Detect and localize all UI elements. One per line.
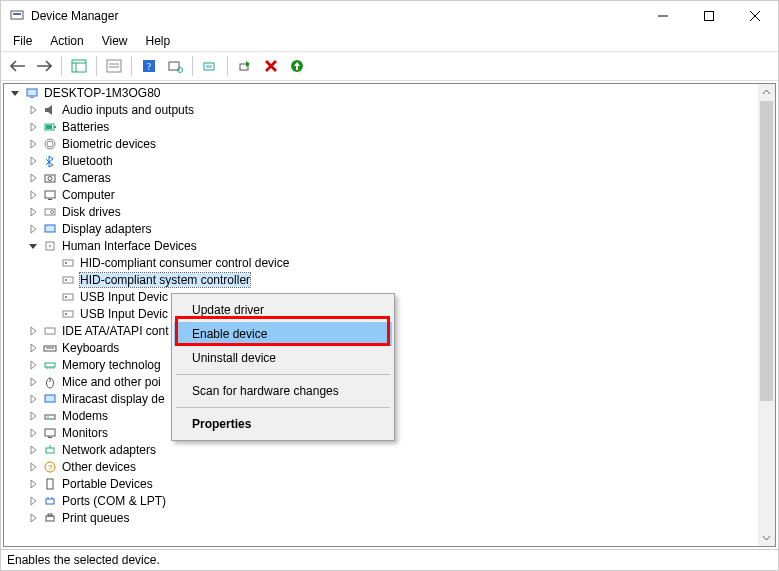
- back-button[interactable]: [7, 55, 29, 77]
- hid-device-icon: [60, 306, 76, 322]
- svg-rect-1: [13, 13, 21, 15]
- context-scan-hardware[interactable]: Scan for hardware changes: [174, 379, 392, 403]
- svg-rect-62: [47, 479, 53, 489]
- tree-row[interactable]: Biometric devices: [4, 135, 758, 152]
- scan-hardware-button[interactable]: [164, 55, 186, 77]
- chevron-right-icon[interactable]: [26, 392, 40, 406]
- tree-row[interactable]: Portable Devices: [4, 475, 758, 492]
- statusbar-text: Enables the selected device.: [7, 553, 160, 567]
- vertical-scrollbar[interactable]: [758, 84, 775, 546]
- help-button[interactable]: ?: [138, 55, 160, 77]
- chevron-right-icon[interactable]: [26, 511, 40, 525]
- properties-button[interactable]: [103, 55, 125, 77]
- svg-point-28: [48, 176, 52, 180]
- hid-device-icon: [60, 255, 76, 271]
- svg-rect-43: [65, 313, 67, 315]
- chevron-right-icon[interactable]: [26, 171, 40, 185]
- tree-row[interactable]: Computer: [4, 186, 758, 203]
- context-separator: [176, 374, 390, 375]
- memory-icon: [42, 357, 58, 373]
- chevron-right-icon[interactable]: [26, 324, 40, 338]
- battery-icon: [42, 119, 58, 135]
- window-controls: [640, 1, 778, 31]
- menu-help[interactable]: Help: [138, 32, 179, 50]
- display-icon: [42, 391, 58, 407]
- tree-row[interactable]: ?Other devices: [4, 458, 758, 475]
- minimize-button[interactable]: [640, 1, 686, 31]
- tree-row[interactable]: Network adapters: [4, 441, 758, 458]
- chevron-right-icon[interactable]: [26, 460, 40, 474]
- chevron-right-icon[interactable]: [26, 409, 40, 423]
- chevron-down-icon[interactable]: [26, 239, 40, 253]
- device-manager-window: Device Manager File Action View Help ? D: [0, 0, 779, 571]
- update-driver-button[interactable]: [199, 55, 221, 77]
- chevron-right-icon[interactable]: [26, 205, 40, 219]
- close-button[interactable]: [732, 1, 778, 31]
- svg-rect-66: [46, 516, 54, 521]
- context-properties[interactable]: Properties: [174, 412, 392, 436]
- chevron-right-icon[interactable]: [26, 137, 40, 151]
- chevron-right-icon[interactable]: [26, 188, 40, 202]
- maximize-button[interactable]: [686, 1, 732, 31]
- menu-file[interactable]: File: [5, 32, 40, 50]
- tree-row[interactable]: Ports (COM & LPT): [4, 492, 758, 509]
- chevron-right-icon[interactable]: [26, 358, 40, 372]
- menu-view[interactable]: View: [94, 32, 136, 50]
- tree-row[interactable]: Audio inputs and outputs: [4, 101, 758, 118]
- svg-rect-56: [45, 429, 55, 436]
- chevron-right-icon[interactable]: [26, 426, 40, 440]
- tree-item-label: Cameras: [62, 171, 111, 185]
- menu-action[interactable]: Action: [42, 32, 91, 50]
- svg-rect-37: [65, 262, 67, 264]
- tree-item-label: Ports (COM & LPT): [62, 494, 166, 508]
- hid-device-icon: [60, 272, 76, 288]
- statusbar: Enables the selected device.: [1, 549, 778, 570]
- tree-row[interactable]: DESKTOP-1M3OG80: [4, 84, 758, 101]
- tree-row[interactable]: Human Interface Devices: [4, 237, 758, 254]
- svg-rect-29: [45, 191, 55, 198]
- disk-icon: [42, 204, 58, 220]
- svg-point-26: [47, 141, 53, 147]
- chevron-right-icon[interactable]: [26, 120, 40, 134]
- chevron-right-icon[interactable]: [26, 443, 40, 457]
- scroll-thumb[interactable]: [760, 101, 773, 401]
- chevron-right-icon[interactable]: [26, 477, 40, 491]
- svg-rect-36: [63, 260, 73, 266]
- chevron-right-icon[interactable]: [26, 375, 40, 389]
- tree-row[interactable]: HID-compliant consumer control device: [4, 254, 758, 271]
- svg-point-32: [51, 210, 54, 213]
- show-hide-tree-button[interactable]: [68, 55, 90, 77]
- monitor-icon: [42, 425, 58, 441]
- tree-row[interactable]: Disk drives: [4, 203, 758, 220]
- tree-row[interactable]: Bluetooth: [4, 152, 758, 169]
- tree-row[interactable]: Cameras: [4, 169, 758, 186]
- context-uninstall-device[interactable]: Uninstall device: [174, 346, 392, 370]
- tree-row[interactable]: Display adapters: [4, 220, 758, 237]
- context-update-driver[interactable]: Update driver: [174, 298, 392, 322]
- titlebar: Device Manager: [1, 1, 778, 31]
- context-enable-device[interactable]: Enable device: [174, 322, 392, 346]
- uninstall-device-button[interactable]: [260, 55, 282, 77]
- window-title: Device Manager: [31, 9, 118, 23]
- tree-row[interactable]: Print queues: [4, 509, 758, 526]
- menubar: File Action View Help: [1, 31, 778, 51]
- tree-row[interactable]: HID-compliant system controller: [4, 271, 758, 288]
- tree-row[interactable]: Batteries: [4, 118, 758, 135]
- chevron-right-icon[interactable]: [26, 341, 40, 355]
- enable-device-button[interactable]: [234, 55, 256, 77]
- scroll-up-icon[interactable]: [758, 84, 775, 101]
- svg-rect-38: [63, 277, 73, 283]
- hid-icon: [42, 238, 58, 254]
- chevron-right-icon[interactable]: [26, 154, 40, 168]
- chevron-down-icon[interactable]: [8, 86, 22, 100]
- chevron-right-icon[interactable]: [26, 222, 40, 236]
- chevron-right-icon[interactable]: [26, 494, 40, 508]
- svg-rect-53: [45, 395, 55, 402]
- display-icon: [42, 221, 58, 237]
- tree-item-label: Disk drives: [62, 205, 121, 219]
- tree-item-label: Miracast display de: [62, 392, 165, 406]
- add-legacy-button[interactable]: [286, 55, 308, 77]
- forward-button[interactable]: [33, 55, 55, 77]
- chevron-right-icon[interactable]: [26, 103, 40, 117]
- scroll-down-icon[interactable]: [758, 529, 775, 546]
